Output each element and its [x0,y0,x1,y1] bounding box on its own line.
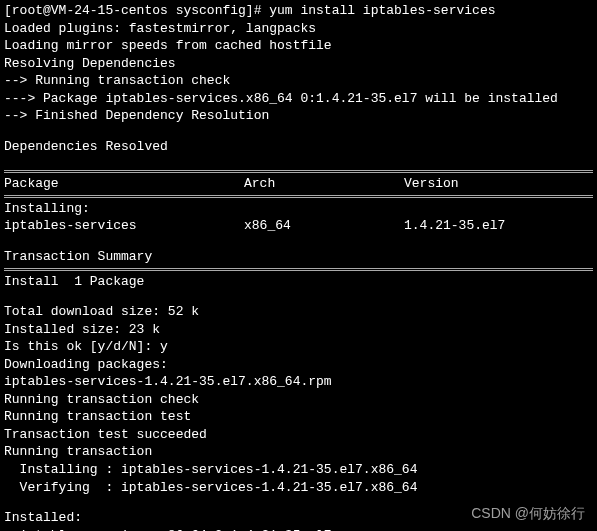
row-version: 1.4.21-35.el7 [404,217,593,235]
blank-line [4,125,593,138]
table-top-divider [4,170,593,173]
installed-pkg-line: iptables-services.x86_64 0:1.4.21-35.el7 [4,527,593,531]
plugins-line: Loaded plugins: fastestmirror, langpacks [4,20,593,38]
row-arch: x86_64 [244,217,404,235]
resolving-line: Resolving Dependencies [4,55,593,73]
installing-label: Installing: [4,200,593,218]
confirm-prompt-line: Is this ok [y/d/N]: y [4,338,593,356]
test-succeeded-line: Transaction test succeeded [4,426,593,444]
installed-size-line: Installed size: 23 k [4,321,593,339]
table-header-divider [4,195,593,198]
install-count-line: Install 1 Package [4,273,593,291]
run-test-line: Running transaction test [4,408,593,426]
download-size-line: Total download size: 52 k [4,303,593,321]
summary-divider [4,268,593,271]
finished-resolution-line: --> Finished Dependency Resolution [4,107,593,125]
table-header-row: Package Arch Version [4,175,593,193]
watermark: CSDN @何妨徐行 [471,504,585,523]
blank-line [4,235,593,248]
header-package: Package [4,175,244,193]
downloading-line: Downloading packages: [4,356,593,374]
transaction-check-line: --> Running transaction check [4,72,593,90]
row-package: iptables-services [4,217,244,235]
run-check-line: Running transaction check [4,391,593,409]
mirror-line: Loading mirror speeds from cached hostfi… [4,37,593,55]
shell-prompt-line: [root@VM-24-15-centos sysconfig]# yum in… [4,2,593,20]
header-arch: Arch [244,175,404,193]
table-row: iptables-services x86_64 1.4.21-35.el7 [4,217,593,235]
run-transaction-line: Running transaction [4,443,593,461]
verifying-pkg-line: Verifying : iptables-services-1.4.21-35.… [4,479,593,497]
blank-line [4,290,593,303]
deps-resolved-line: Dependencies Resolved [4,138,593,156]
blank-line [4,155,593,168]
header-version: Version [404,175,593,193]
rpm-file-line: iptables-services-1.4.21-35.el7.x86_64.r… [4,373,593,391]
installing-pkg-line: Installing : iptables-services-1.4.21-35… [4,461,593,479]
package-install-line: ---> Package iptables-services.x86_64 0:… [4,90,593,108]
transaction-summary-label: Transaction Summary [4,248,593,266]
